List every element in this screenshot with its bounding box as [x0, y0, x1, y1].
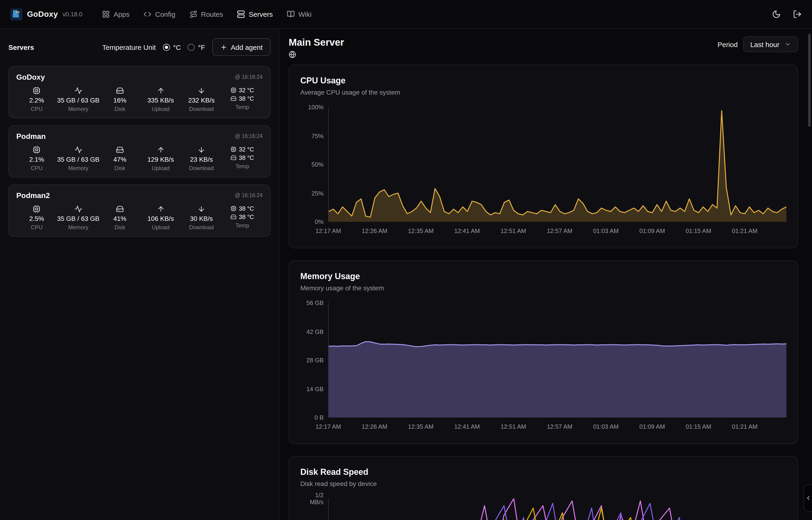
disk-read-speed-plot[interactable]: [328, 499, 786, 520]
cpu-usage-plot[interactable]: [328, 107, 786, 222]
disk-temp-value: 38 °C: [239, 213, 254, 220]
disk-temp-value: 38 °C: [239, 95, 254, 102]
temp-stat: 38 °C 38 °C Temp: [222, 205, 262, 231]
top-navbar: GoDoxy v0.18.0 Apps Config Routes Server…: [0, 0, 812, 29]
nav-item-servers[interactable]: Servers: [237, 10, 273, 18]
cpu-value: 2.1%: [29, 156, 44, 163]
cpu-value: 2.2%: [29, 97, 44, 104]
server-name: Podman: [16, 132, 46, 141]
nav-item-config[interactable]: Config: [144, 10, 175, 18]
server-card-godoxy[interactable]: GoDoxy @ 16:16:24 2.2% CPU 35 GB / 63 GB…: [8, 66, 271, 119]
disk-temp-row: 38 °C: [230, 213, 254, 220]
logout-icon[interactable]: [793, 10, 802, 19]
server-timestamp: @ 16:16:24: [235, 133, 262, 139]
y-axis-labels: 100%75%50%25%0%: [300, 107, 328, 222]
temp-rows: 32 °C 38 °C: [230, 87, 254, 102]
arrow-up-icon: [157, 146, 165, 154]
period-select[interactable]: Last hour: [743, 36, 798, 52]
disk-stat: 47% Disk: [100, 146, 140, 172]
temp-label: Temp: [235, 104, 249, 110]
nav-item-label: Routes: [201, 10, 223, 18]
temp-stat: 32 °C 38 °C Temp: [222, 87, 262, 112]
server-card-header: Podman @ 16:16:24: [16, 132, 262, 141]
godoxy-logo-icon: [10, 8, 22, 20]
download-value: 23 KB/s: [190, 156, 213, 163]
memory-usage-chart: 56 GB42 GB28 GB14 GB0 B 12:17 AM12:26 AM…: [300, 303, 786, 433]
cpu-usage-chart: 100%75%50%25%0% 12:17 AM12:26 AM12:35 AM…: [300, 107, 786, 238]
temp-rows: 38 °C 38 °C: [230, 205, 254, 220]
server-card-header: GoDoxy @ 16:16:24: [16, 73, 262, 81]
arrow-down-icon: [197, 205, 205, 213]
hard-drive-icon: [230, 155, 236, 161]
arrow-up-icon: [157, 205, 165, 213]
activity-icon: [74, 146, 82, 154]
main-header: Main Server Period Last hour: [289, 36, 798, 58]
globe-icon: [289, 51, 344, 58]
memory-stat: 35 GB / 63 GB Memory: [57, 205, 100, 231]
navbar-actions: [772, 10, 802, 19]
period-control: Period Last hour: [718, 36, 798, 52]
radio-circle-icon: [163, 44, 170, 51]
memory-value: 35 GB / 63 GB: [57, 215, 100, 222]
disk-label: Disk: [115, 224, 125, 231]
scrollbar-thumb[interactable]: [808, 33, 811, 127]
upload-stat: 106 KB/s Upload: [140, 205, 181, 231]
upload-value: 106 KB/s: [147, 215, 174, 222]
period-value: Last hour: [750, 40, 779, 48]
download-label: Download: [189, 106, 214, 112]
chart-subtitle: Disk read speed by device: [300, 480, 786, 487]
radio-celsius[interactable]: °C: [163, 43, 181, 51]
cpu-icon: [33, 205, 41, 213]
radio-fahrenheit[interactable]: °F: [188, 43, 205, 51]
cpu-temp-row: 32 °C: [230, 146, 254, 153]
server-name: GoDoxy: [16, 73, 45, 81]
upload-stat: 129 KB/s Upload: [140, 146, 181, 172]
server-card-podman2[interactable]: Podman2 @ 16:16:24 2.5% CPU 35 GB / 63 G…: [8, 184, 271, 237]
cpu-temp-row: 38 °C: [230, 205, 254, 212]
server-name: Podman2: [16, 191, 50, 200]
memory-usage-plot[interactable]: [328, 303, 786, 417]
disk-temp-row: 38 °C: [230, 154, 254, 161]
cpu-temp-value: 32 °C: [239, 87, 254, 94]
brand[interactable]: GoDoxy v0.18.0: [10, 8, 82, 20]
disk-value: 47%: [113, 156, 127, 163]
server-timestamp: @ 16:16:24: [235, 74, 262, 80]
route-icon: [189, 10, 197, 18]
activity-icon: [74, 205, 82, 213]
brand-name: GoDoxy: [27, 9, 58, 19]
cpu-value: 2.5%: [29, 215, 44, 222]
memory-stat: 35 GB / 63 GB Memory: [57, 146, 100, 172]
nav-item-apps[interactable]: Apps: [102, 10, 130, 18]
sidebar-collapse-tab[interactable]: [804, 485, 812, 512]
nav-item-routes[interactable]: Routes: [189, 10, 223, 18]
page-title: Main Server: [289, 36, 344, 49]
sidebar-header: Servers Temperature Unit °C °F Add agent: [8, 38, 271, 56]
disk-stat: 16% Disk: [100, 87, 140, 112]
download-value: 232 KB/s: [188, 97, 215, 104]
server-card-podman[interactable]: Podman @ 16:16:24 2.1% CPU 35 GB / 63 GB…: [8, 125, 271, 178]
memory-label: Memory: [68, 224, 88, 231]
theme-toggle-moon-icon[interactable]: [772, 10, 781, 19]
cpu-stat: 2.2% CPU: [16, 87, 57, 112]
nav-item-wiki[interactable]: Wiki: [287, 10, 312, 18]
cpu-usage-card: CPU Usage Average CPU usage of the syste…: [289, 65, 798, 249]
cpu-temp-value: 32 °C: [239, 146, 254, 153]
memory-stat: 35 GB / 63 GB Memory: [57, 87, 100, 112]
chart-title: Memory Usage: [300, 271, 786, 281]
server-stats: 2.5% CPU 35 GB / 63 GB Memory 41% Disk: [16, 205, 262, 231]
chevron-down-icon: [785, 41, 791, 48]
arrow-down-icon: [197, 146, 205, 154]
add-agent-button[interactable]: Add agent: [212, 38, 271, 56]
download-label: Download: [189, 224, 214, 231]
disk-value: 16%: [113, 97, 127, 104]
disk-read-speed-card: Disk Read Speed Disk read speed by devic…: [289, 456, 798, 520]
servers-sidebar: Servers Temperature Unit °C °F Add agent: [0, 29, 279, 520]
server-card-header: Podman2 @ 16:16:24: [16, 191, 262, 200]
period-label: Period: [718, 40, 738, 48]
disk-read-speed-chart: 1/2 MB/s: [300, 499, 786, 520]
cpu-icon: [33, 87, 41, 95]
upload-value: 129 KB/s: [147, 156, 174, 163]
disk-label: Disk: [115, 106, 125, 112]
content-area: Servers Temperature Unit °C °F Add agent: [0, 29, 812, 520]
hard-drive-icon: [230, 214, 236, 220]
